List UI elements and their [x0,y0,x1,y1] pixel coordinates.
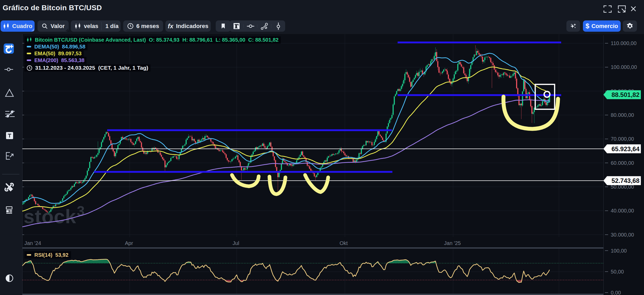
svg-text:52.743,68: 52.743,68 [611,177,640,184]
svg-text:Jan '24: Jan '24 [24,240,41,246]
svg-text:50,00: 50,00 [611,269,624,275]
svg-text:0,00: 0,00 [611,290,621,295]
svg-text:40.000,00: 40.000,00 [611,208,634,214]
svg-text:Jan '25: Jan '25 [444,240,461,246]
svg-text:65.923,64: 65.923,64 [611,145,640,152]
svg-text:80.000,00: 80.000,00 [611,112,634,118]
svg-text:stock3: stock3 [24,203,85,227]
svg-text:110.000,00: 110.000,00 [611,40,637,46]
svg-text:70.000,00: 70.000,00 [611,136,634,142]
svg-text:Jul: Jul [232,240,239,246]
svg-text:100,00: 100,00 [611,248,627,254]
svg-text:88.501,82: 88.501,82 [611,91,640,98]
svg-text:100.000,00: 100.000,00 [611,64,637,70]
svg-text:30.000,00: 30.000,00 [611,232,634,238]
svg-text:Apr: Apr [125,240,133,246]
svg-text:Okt: Okt [339,240,348,246]
svg-text:60.000,00: 60.000,00 [611,160,634,166]
